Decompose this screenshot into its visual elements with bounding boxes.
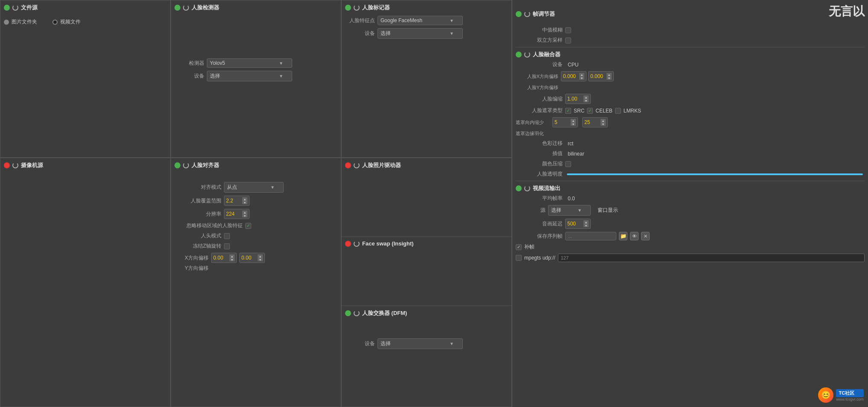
folder-icon-btn[interactable]: 📁 (619, 232, 627, 240)
head-mode-label: 人头模式 (174, 232, 221, 240)
radio-image-folder[interactable] (4, 20, 9, 25)
resolution-input[interactable]: 224 ▲ ▼ (224, 209, 250, 219)
freeze-checkbox[interactable] (224, 243, 230, 249)
src-checkbox[interactable] (565, 108, 571, 114)
face-aligner-refresh[interactable] (183, 162, 189, 168)
aligner-x-spin1[interactable]: ▲ ▼ (229, 254, 235, 261)
face-scale-down[interactable]: ▼ (584, 99, 589, 102)
src-label: SRC (574, 108, 584, 114)
face-marker-refresh-icon[interactable] (354, 5, 360, 11)
aligner-x-down2[interactable]: ▼ (258, 258, 263, 261)
file-source-refresh-icon[interactable] (12, 5, 18, 11)
audio-delay-up[interactable]: ▲ (584, 220, 589, 224)
face-aligner-status (174, 162, 180, 168)
color-compress-checkbox[interactable] (565, 161, 571, 167)
erode-up[interactable]: ▲ (571, 119, 576, 122)
blur-up[interactable]: ▲ (601, 119, 606, 122)
ignore-checkbox[interactable] (245, 223, 251, 229)
erode-down[interactable]: ▼ (571, 122, 576, 126)
x-spin2-up[interactable]: ▲ (607, 73, 612, 76)
supplement-checkbox[interactable] (516, 244, 522, 250)
erode-spin[interactable]: ▲ ▼ (571, 119, 576, 126)
face-cover-spin[interactable]: ▲ ▼ (242, 197, 247, 204)
celeb-checkbox[interactable] (587, 108, 593, 114)
aligner-x-up2[interactable]: ▲ (258, 254, 263, 258)
tune-node-refresh[interactable] (524, 11, 530, 17)
stream-checkbox[interactable] (516, 255, 522, 261)
lmrks-checkbox[interactable] (615, 108, 621, 114)
eye-icon-btn[interactable]: 👁 (630, 232, 639, 240)
face-exchanger-refresh[interactable] (354, 310, 360, 316)
aligner-x-up1[interactable]: ▲ (229, 254, 235, 258)
x-offset-input1[interactable]: 0.000 ▲ ▼ (561, 71, 586, 81)
face-scale-input[interactable]: 1.00 ▲ ▼ (565, 94, 591, 104)
resolution-up[interactable]: ▲ (242, 211, 247, 214)
x-spin2[interactable]: ▲ ▼ (607, 73, 612, 80)
align-mode-dropdown[interactable]: 从点 ▼ (224, 182, 284, 193)
face-photo-driver-refresh[interactable] (354, 162, 360, 168)
x-spin1-down[interactable]: ▼ (579, 76, 584, 80)
bilateral-checkbox[interactable] (565, 38, 571, 43)
exchanger-device-dropdown[interactable]: 选择 ▼ (377, 338, 463, 349)
aligner-x-spin2[interactable]: ▲ ▼ (258, 254, 263, 261)
align-mode-arrow: ▼ (270, 185, 275, 190)
detector-device-label: 设备 (174, 72, 204, 80)
face-swap-title: Face swap (Insight) (362, 240, 414, 247)
opacity-slider[interactable] (567, 173, 863, 175)
source-row: 源 选择 ▼ 窗口显示 (516, 205, 865, 216)
blur-down[interactable]: ▼ (601, 122, 606, 126)
erode-input[interactable]: 5 ▲ ▼ (552, 117, 578, 127)
x-spin2-down[interactable]: ▼ (607, 76, 612, 80)
head-mode-checkbox[interactable] (224, 233, 230, 239)
stream-input[interactable]: 127 (558, 254, 865, 262)
face-marker-device-dropdown[interactable]: 选择 ▼ (377, 28, 463, 39)
blur-input[interactable]: 25 ▲ ▼ (582, 117, 608, 127)
radio-video-file[interactable] (52, 20, 58, 25)
face-scale-spin[interactable]: ▲ ▼ (584, 95, 589, 102)
source-dropdown[interactable]: 选择 ▼ (548, 205, 591, 216)
supplement-row: 补帧 (516, 243, 865, 251)
face-marker-header: 人脸标记器 (345, 4, 508, 12)
xy-offset-row: X方向偏移 0.00 ▲ ▼ 0.00 ▲ ▼ (174, 253, 337, 272)
face-aligner-panel: 人脸对齐器 对齐模式 从点 ▼ 人脸覆盖范围 2.2 ▲ ▼ 分辨率 224 (171, 158, 341, 407)
resolution-spin[interactable]: ▲ ▼ (242, 211, 247, 217)
audio-delay-input[interactable]: 500 ▲ ▼ (565, 219, 591, 229)
interpolation-row: 插值 bilinear (516, 150, 865, 157)
x-offset-label: 人脸X方向偏移 (516, 73, 558, 80)
face-cover-input[interactable]: 2.2 ▲ ▼ (224, 196, 250, 206)
face-feature-dropdown[interactable]: Google FaceMesh ▼ (377, 16, 463, 25)
detector-device-dropdown[interactable]: 选择 ▼ (207, 71, 292, 81)
face-scale-up[interactable]: ▲ (584, 95, 589, 99)
camera-source-refresh[interactable] (12, 162, 18, 168)
face-detector-refresh-icon[interactable] (183, 5, 189, 11)
face-photo-driver-panel: 人脸照片驱动器 (342, 158, 511, 237)
close-icon-btn[interactable]: ✕ (641, 232, 650, 240)
face-right-panel: 人脸照片驱动器 Face swap (Insight) 人脸交换器 (DFM) … (341, 158, 512, 407)
x-spin1-up[interactable]: ▲ (579, 73, 584, 76)
detector-dropdown[interactable]: Yolov5 ▼ (207, 58, 292, 68)
median-blur-checkbox[interactable] (565, 27, 571, 33)
face-cover-up[interactable]: ▲ (242, 197, 247, 201)
aligner-x-down1[interactable]: ▼ (229, 258, 235, 261)
aligner-x-input1[interactable]: 0.00 ▲ ▼ (211, 253, 237, 263)
audio-delay-spin[interactable]: ▲ ▼ (584, 220, 589, 227)
tune-node-header: 帧调节器 (516, 10, 555, 18)
blur-spin[interactable]: ▲ ▼ (601, 119, 606, 126)
x-spin1[interactable]: ▲ ▼ (579, 73, 584, 80)
face-swap-refresh[interactable] (354, 241, 360, 247)
camera-source-title: 摄像机源 (21, 162, 43, 169)
save-frames-input[interactable]: ... (565, 232, 616, 240)
face-detector-title: 人脸检测器 (192, 4, 219, 12)
resolution-down[interactable]: ▼ (242, 214, 247, 217)
detector-arrow: ▼ (279, 61, 283, 66)
x-val2: 0.000 (590, 73, 603, 79)
face-photo-driver-status (345, 162, 351, 168)
face-cover-down[interactable]: ▼ (242, 201, 247, 204)
aligner-x-input2[interactable]: 0.00 ▲ ▼ (239, 253, 265, 263)
audio-delay-down[interactable]: ▼ (584, 224, 589, 227)
video-output-refresh[interactable] (524, 185, 530, 191)
x-offset-input2[interactable]: 0.000 ▲ ▼ (588, 71, 614, 81)
bilateral-label: 双立方采样 (516, 37, 563, 44)
lmrks-label: LMRKS (624, 108, 641, 114)
face-blender-refresh[interactable] (524, 52, 530, 58)
